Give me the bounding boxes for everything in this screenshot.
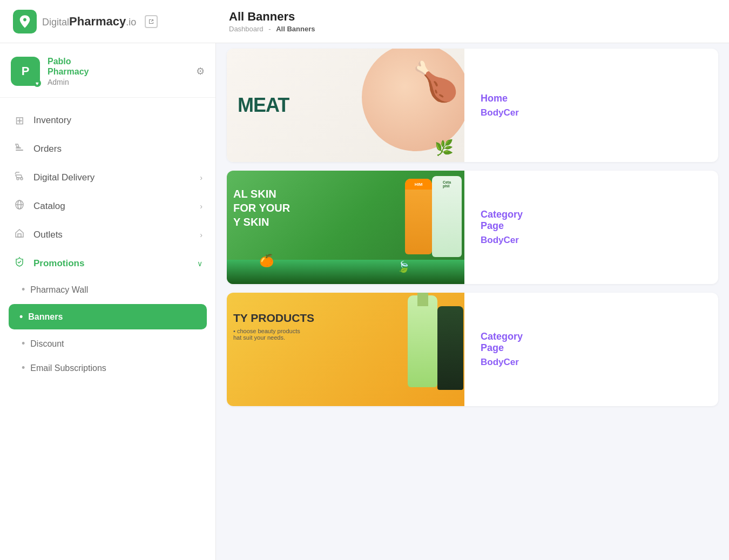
logo-area: DigitalPharmacy.io bbox=[13, 10, 224, 33]
page-title: All Banners bbox=[229, 10, 315, 24]
sidebar-item-label: Inventory bbox=[33, 115, 202, 126]
banner-category: BodyCer bbox=[481, 107, 702, 118]
sidebar-item-label: Catalog bbox=[33, 201, 192, 212]
meat-banner-text: MEAT bbox=[238, 94, 289, 117]
banner-category: BodyCer bbox=[481, 357, 702, 368]
chevron-right-icon: › bbox=[200, 202, 202, 211]
sidebar-item-digital-delivery[interactable]: Digital Delivery › bbox=[0, 163, 215, 192]
breadcrumb-current: All Banners bbox=[276, 25, 315, 33]
svg-rect-1 bbox=[16, 147, 21, 149]
catalog-icon bbox=[13, 199, 26, 213]
banner-meta: Category Page BodyCer bbox=[464, 320, 718, 379]
table-row: AL SKIN FOR YOUR Y SKIN HIM Cetaphil 🍊 bbox=[227, 171, 718, 284]
sidebar-item-discount[interactable]: • Discount bbox=[0, 332, 215, 356]
banner-image-skin: AL SKIN FOR YOUR Y SKIN HIM Cetaphil 🍊 bbox=[227, 171, 464, 284]
banner-meta: Category Page BodyCer bbox=[464, 198, 718, 257]
avatar: P bbox=[11, 57, 40, 86]
header: DigitalPharmacy.io All Banners Dashboard… bbox=[0, 0, 729, 43]
sidebar-nav: ⊞ Inventory Orders bbox=[0, 98, 215, 389]
banner-image-beauty: TY PRODUCTS • choose beauty products hat… bbox=[227, 293, 464, 406]
table-row: MEAT 🍗 🌿 Home BodyCer bbox=[227, 49, 718, 162]
bullet-icon: • bbox=[22, 338, 25, 349]
orders-icon bbox=[13, 142, 26, 156]
table-row: TY PRODUCTS • choose beauty products hat… bbox=[227, 293, 718, 406]
sidebar-item-outlets[interactable]: Outlets › bbox=[0, 220, 215, 249]
sidebar-item-label: Orders bbox=[33, 144, 202, 154]
sidebar-item-catalog[interactable]: Catalog › bbox=[0, 192, 215, 220]
banner-meta: Home BodyCer bbox=[464, 82, 718, 129]
settings-icon[interactable]: ⚙ bbox=[196, 65, 205, 77]
sidebar-item-label: Digital Delivery bbox=[33, 172, 192, 183]
breadcrumb-separator: - bbox=[268, 25, 271, 33]
banner-category: BodyCer bbox=[481, 235, 702, 246]
digital-delivery-icon bbox=[13, 171, 26, 184]
user-role: Admin bbox=[48, 78, 188, 86]
main-content: MEAT 🍗 🌿 Home BodyCer bbox=[216, 43, 729, 560]
promotions-submenu: • Pharmacy Wall • Banners • Discount • E… bbox=[0, 278, 215, 380]
sidebar-sub-item-label: Pharmacy Wall bbox=[30, 285, 88, 295]
sidebar-item-orders[interactable]: Orders bbox=[0, 134, 215, 163]
chevron-right-icon: › bbox=[200, 173, 202, 182]
user-info: Pablo Pharmacy Admin bbox=[48, 56, 188, 86]
bullet-icon: • bbox=[22, 362, 25, 374]
export-icon[interactable] bbox=[145, 15, 158, 28]
banner-page-type: Category Page bbox=[481, 331, 702, 354]
logo-text: DigitalPharmacy.io bbox=[42, 15, 136, 29]
sidebar-item-banners[interactable]: • Banners bbox=[9, 304, 207, 329]
inventory-icon: ⊞ bbox=[13, 114, 26, 127]
layout: P Pablo Pharmacy Admin ⚙ ⊞ Inventory bbox=[0, 43, 729, 560]
banner-page-type: Category Page bbox=[481, 209, 702, 232]
sidebar-sub-item-label: Email Subscriptions bbox=[30, 363, 106, 373]
sidebar-item-email-subscriptions[interactable]: • Email Subscriptions bbox=[0, 356, 215, 380]
outlets-icon bbox=[13, 228, 26, 241]
sidebar-item-label: Promotions bbox=[33, 258, 190, 269]
bullet-icon: • bbox=[19, 311, 23, 322]
sidebar-item-pharmacy-wall[interactable]: • Pharmacy Wall bbox=[0, 278, 215, 302]
page-title-area: All Banners Dashboard - All Banners bbox=[224, 10, 315, 33]
user-area: P Pablo Pharmacy Admin ⚙ bbox=[0, 43, 215, 98]
banner-page-type: Home bbox=[481, 93, 702, 104]
banner-image-meat: MEAT 🍗 🌿 bbox=[227, 49, 464, 162]
sidebar-sub-item-label: Banners bbox=[28, 312, 63, 322]
sidebar: P Pablo Pharmacy Admin ⚙ ⊞ Inventory bbox=[0, 43, 216, 560]
sidebar-item-label: Outlets bbox=[33, 230, 192, 240]
breadcrumb-home: Dashboard bbox=[229, 25, 264, 33]
banner-list: MEAT 🍗 🌿 Home BodyCer bbox=[216, 43, 729, 420]
svg-rect-0 bbox=[16, 150, 23, 151]
user-name: Pablo Pharmacy bbox=[48, 56, 188, 77]
promotions-icon bbox=[13, 257, 26, 270]
chevron-right-icon: › bbox=[200, 231, 202, 239]
sidebar-item-promotions[interactable]: Promotions ∨ bbox=[0, 249, 215, 278]
bullet-icon: • bbox=[22, 284, 25, 295]
chevron-down-icon: ∨ bbox=[197, 259, 202, 268]
breadcrumb: Dashboard - All Banners bbox=[229, 25, 315, 33]
sidebar-sub-item-label: Discount bbox=[30, 339, 64, 349]
svg-rect-6 bbox=[18, 234, 21, 237]
sidebar-item-inventory[interactable]: ⊞ Inventory bbox=[0, 106, 215, 134]
logo-icon bbox=[13, 10, 37, 33]
